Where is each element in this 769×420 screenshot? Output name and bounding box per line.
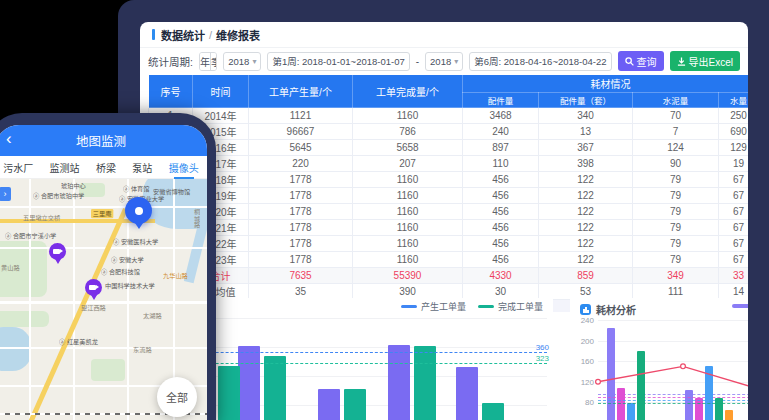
table-body: 12014年1121116034683407025022015年96667786… <box>149 108 749 300</box>
map-label: ⓐ 合肥市琥珀中学 <box>33 191 84 200</box>
table-cell: 79 <box>633 204 719 220</box>
camera-icon <box>53 249 60 254</box>
col-header-index: 序号 <box>149 75 193 108</box>
map-label: 太湖路 <box>143 311 162 320</box>
map-view[interactable]: › 三里庵 琥珀中心ⓐ 合肥市琥珀中学ⓐ 体育馆ⓐ 安徽农业大学安徽省博物馆桐城… <box>0 179 207 420</box>
report-table-wrap: 序号 时间 工单产生量/个 工单完成量/个 耗材情况 配件量 配件量（套） 水泥… <box>148 74 748 300</box>
bar <box>238 346 260 420</box>
map-expand-button[interactable]: › <box>0 187 11 201</box>
map-label: 安徽省博物馆 <box>153 187 190 196</box>
table-cell: 67 <box>719 188 749 204</box>
map-green <box>0 311 49 327</box>
tab-pump-station[interactable]: 泵站 <box>132 156 152 179</box>
breadcrumb: 数据统计 / 维修报表 <box>140 22 748 48</box>
query-button-label: 查询 <box>637 54 657 69</box>
chevron-down-icon: ▾ <box>252 57 256 66</box>
map-label: 琥珀中心 <box>61 181 86 190</box>
trend-point <box>681 364 686 369</box>
chart-title-row: 耗材分析 <box>580 302 636 317</box>
table-cell: 5658 <box>353 140 463 156</box>
chevron-down-icon: ▾ <box>454 57 458 66</box>
camera-icon <box>89 285 96 290</box>
end-year-value: 2018 <box>430 56 451 67</box>
map-label: ⓐ 安徽大学 <box>111 255 144 264</box>
end-week-input[interactable]: 第6周: 2018-04-16~2018-04-22 <box>469 52 611 71</box>
table-cell: 690 <box>719 124 749 140</box>
start-week-input[interactable]: 第1周: 2018-01-01~2018-01-07 <box>267 52 409 71</box>
show-all-button[interactable]: 全部 <box>157 377 197 417</box>
map-road <box>0 247 207 249</box>
trend-point <box>596 379 601 384</box>
camera-pin-marker[interactable] <box>49 243 66 260</box>
table-row: 102023年177811604561227967 <box>149 252 749 268</box>
bar <box>318 389 340 420</box>
table-row: 32016年56455658897367124129 <box>149 140 749 156</box>
table-row: 52018年177811604561227967 <box>149 172 749 188</box>
map-lake <box>0 327 31 371</box>
start-year-select[interactable]: 2018 ▾ <box>223 52 261 71</box>
table-cell: 7635 <box>249 268 353 284</box>
legend-item: 完成工单量 <box>478 300 543 313</box>
legend-label: 产生工单量 <box>421 300 466 313</box>
table-cell: 1778 <box>249 220 353 236</box>
table-cell: 897 <box>463 140 539 156</box>
tab-sewage-plant[interactable]: 污水厂 <box>3 156 33 179</box>
table-cell: 1778 <box>249 188 353 204</box>
table-cell: 1778 <box>249 172 353 188</box>
table-cell: 456 <box>463 204 539 220</box>
back-chevron-icon[interactable]: ‹ <box>6 129 12 149</box>
table-cell: 124 <box>633 140 719 156</box>
chart-legend: 产生工单量完成工单量 <box>401 300 543 313</box>
segment-quarter[interactable]: 季 <box>211 53 217 70</box>
map-road <box>0 347 207 349</box>
camera-pin-marker[interactable] <box>85 279 102 296</box>
table-cell: 90 <box>633 156 719 172</box>
clipped-legend-pill <box>732 304 748 308</box>
table-cell: 79 <box>633 236 719 252</box>
breadcrumb-separator: / <box>209 29 212 41</box>
table-cell: 250 <box>719 108 749 124</box>
selected-camera-marker[interactable] <box>125 197 152 224</box>
breadcrumb-accent-bar <box>152 29 155 40</box>
table-row: 72020年177811604561227967 <box>149 204 749 220</box>
table-cell: 13 <box>539 124 633 140</box>
period-label: 统计周期: <box>148 54 193 69</box>
map-label: 中国科学技术大学 <box>105 281 155 290</box>
tab-monitor-station[interactable]: 监测站 <box>50 156 80 179</box>
map-label: ⓐ 合肥科技馆 <box>101 267 140 276</box>
legend-label: 完成工单量 <box>498 300 543 313</box>
col-subheader-4: 水量 <box>719 93 749 108</box>
map-label: 五里墩立交桥 <box>23 213 60 222</box>
end-year-select[interactable]: 2018 ▾ <box>425 52 463 71</box>
phone-mockup: ‹ 地图监测 污水厂 监测站 桥梁 泵站 摄像头 <box>0 113 216 420</box>
table-cell: 367 <box>539 140 633 156</box>
breadcrumb-section: 数据统计 <box>161 27 205 43</box>
table-cell: 340 <box>539 108 633 124</box>
col-header-completed: 工单完成量/个 <box>353 75 463 108</box>
table-cell: 122 <box>539 236 633 252</box>
legend-swatch <box>478 305 494 308</box>
legend-swatch <box>401 305 417 308</box>
table-cell: 4330 <box>463 268 539 284</box>
table-cell: 67 <box>719 252 749 268</box>
page-title: 维修报表 <box>216 27 260 43</box>
reference-line-label: 360 <box>536 343 549 352</box>
search-icon <box>625 57 634 66</box>
tab-bridge[interactable]: 桥梁 <box>96 156 116 179</box>
export-excel-button[interactable]: 导出Excel <box>670 51 740 71</box>
table-row: 22015年96667786240137690 <box>149 124 749 140</box>
map-label: 东流路 <box>133 345 152 354</box>
tab-camera[interactable]: 摄像头 <box>169 156 199 179</box>
range-separator: - <box>416 56 419 67</box>
table-cell: 110 <box>463 156 539 172</box>
map-label: ⓐ 安徽医科大学 <box>113 237 158 246</box>
map-station-badge: 三里庵 <box>91 209 113 218</box>
table-cell: 79 <box>633 172 719 188</box>
bar <box>218 366 240 420</box>
table-cell: 456 <box>463 236 539 252</box>
table-cell: 70 <box>633 108 719 124</box>
segment-year[interactable]: 年 <box>200 53 211 70</box>
query-button[interactable]: 查询 <box>618 51 664 71</box>
reference-line-label: 323 <box>536 354 549 363</box>
table-cell: 1160 <box>353 172 463 188</box>
